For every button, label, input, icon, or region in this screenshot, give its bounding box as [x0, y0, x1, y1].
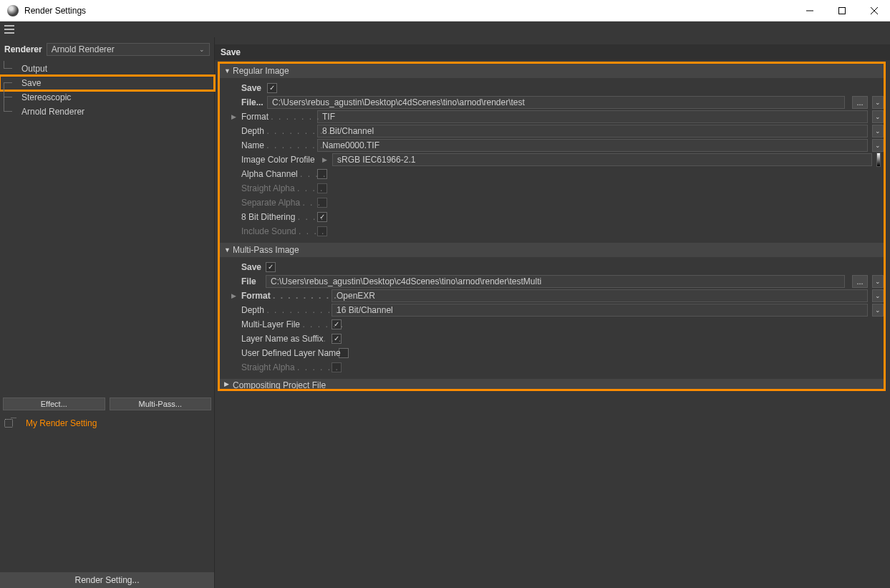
multi-file-label: File: [241, 276, 261, 286]
regular-dither-label: 8 Bit Dithering . . . .: [241, 212, 313, 222]
effect-button[interactable]: Effect...: [3, 397, 105, 410]
caret-right-icon[interactable]: ▶: [230, 292, 237, 299]
multi-save-label: Save: [241, 262, 261, 272]
my-render-setting-label: My Render Setting: [17, 418, 97, 428]
regular-format-select[interactable]: TIF: [317, 110, 868, 123]
regular-straight-label: Straight Alpha . . . .: [241, 183, 313, 193]
multi-format-select[interactable]: OpenEXR: [332, 289, 868, 302]
regular-file-dropdown[interactable]: ⌄: [872, 96, 884, 109]
section-compositing[interactable]: ▶ Compositing Project File: [220, 379, 884, 389]
window-titlebar: Render Settings: [0, 0, 890, 21]
menu-strip: [0, 21, 890, 37]
app-icon: [7, 5, 19, 16]
multipass-button[interactable]: Multi-Pass...: [110, 397, 212, 410]
color-gradient-icon: [876, 153, 881, 167]
multi-file-browse-button[interactable]: ...: [852, 275, 868, 288]
regular-format-label: Format . . . . . . . .: [241, 112, 313, 122]
sidebar-item-output[interactable]: Output: [13, 62, 214, 76]
window-title: Render Settings: [24, 6, 86, 16]
regular-file-input[interactable]: C:\Users\rebus_agustin\Desktop\c4dScenes…: [267, 96, 845, 109]
multi-format-label: Format . . . . . . . . . . . . .: [241, 291, 327, 301]
save-settings-highlight: ▼ Regular Image Save File... C:\Users\re…: [218, 62, 886, 391]
caret-right-icon: ▶: [224, 380, 230, 387]
renderer-select[interactable]: Arnold Renderer ⌄: [47, 43, 210, 56]
chevron-down-icon[interactable]: ⌄: [872, 139, 884, 152]
section-multipass-image[interactable]: ▼ Multi-Pass Image: [220, 243, 884, 257]
section-regular-image[interactable]: ▼ Regular Image: [220, 64, 884, 78]
regular-icp-label: Image Color Profile: [241, 155, 316, 165]
regular-depth-label: Depth . . . . . . . . .: [241, 126, 313, 136]
regular-name-label: Name . . . . . . . . .: [241, 140, 313, 150]
active-setting-icon: [4, 419, 13, 428]
chevron-down-icon: ⌄: [199, 46, 205, 53]
panel-title: Save: [215, 44, 890, 60]
multi-lns-label: Layer Name as Suffix. . .: [241, 334, 327, 344]
multi-udln-label: User Defined Layer Name: [241, 348, 334, 358]
regular-name-select[interactable]: Name0000.TIF: [317, 139, 868, 152]
sidebar: Renderer Arnold Renderer ⌄ Output Save S…: [0, 37, 215, 588]
my-render-setting-row[interactable]: My Render Setting: [0, 413, 214, 429]
chevron-down-icon[interactable]: ⌄: [872, 125, 884, 138]
regular-sound-label: Include Sound . . . .: [241, 226, 313, 236]
renderer-value: Arnold Renderer: [52, 44, 115, 54]
sidebar-item-arnold[interactable]: Arnold Renderer: [13, 105, 214, 119]
caret-down-icon: ▼: [224, 67, 230, 74]
regular-depth-select[interactable]: 8 Bit/Channel: [317, 125, 868, 138]
multi-straight-label: Straight Alpha . . . . . .: [241, 362, 327, 372]
multi-file-input[interactable]: C:\Users\rebus_agustin\Desktop\c4dScenes…: [266, 275, 845, 288]
content-panel: Save ▼ Regular Image Save File... C:\Use…: [215, 37, 890, 588]
svg-rect-0: [838, 7, 845, 14]
regular-icp-input[interactable]: sRGB IEC61966-2.1: [332, 153, 872, 166]
renderer-label: Renderer: [4, 44, 42, 54]
close-button[interactable]: [858, 0, 890, 21]
render-setting-button[interactable]: Render Setting...: [0, 572, 214, 588]
chevron-down-icon[interactable]: ⌄: [872, 110, 884, 123]
regular-save-checkbox[interactable]: [267, 83, 277, 93]
sidebar-item-save[interactable]: Save: [0, 76, 214, 90]
multi-mlf-label: Multi-Layer File . . . . . .: [241, 319, 327, 329]
sidebar-tree: Output Save Stereoscopic Arnold Renderer: [0, 59, 214, 119]
regular-separate-label: Separate Alpha . . .: [241, 198, 313, 208]
multi-file-dropdown[interactable]: ⌄: [872, 275, 884, 288]
minimize-button[interactable]: [793, 0, 826, 21]
hamburger-icon[interactable]: [4, 25, 14, 34]
multi-depth-select[interactable]: 16 Bit/Channel: [332, 304, 868, 317]
caret-down-icon: ▼: [224, 246, 230, 254]
regular-alpha-label: Alpha Channel . . . .: [241, 169, 313, 179]
sidebar-item-stereoscopic[interactable]: Stereoscopic: [13, 90, 214, 105]
chevron-down-icon[interactable]: ⌄: [872, 289, 884, 302]
regular-file-label: File...: [241, 97, 263, 107]
multi-depth-label: Depth . . . . . . . . . . . . . .: [241, 305, 327, 315]
multi-save-checkbox[interactable]: [266, 262, 276, 272]
caret-right-icon[interactable]: ▶: [321, 156, 328, 163]
regular-file-browse-button[interactable]: ...: [852, 96, 868, 109]
regular-save-label: Save: [241, 83, 263, 93]
maximize-button[interactable]: [826, 0, 858, 21]
caret-right-icon[interactable]: ▶: [230, 113, 237, 120]
chevron-down-icon[interactable]: ⌄: [872, 304, 884, 317]
